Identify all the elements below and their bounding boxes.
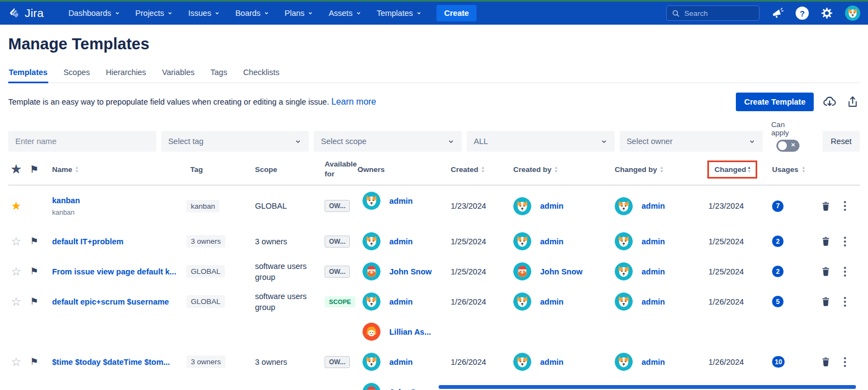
template-name-link[interactable]: kanban [52, 196, 80, 205]
changed-by-link[interactable]: admin [642, 358, 665, 366]
column-header-changed[interactable]: Changed ▲▼ [707, 160, 768, 179]
owner-link[interactable]: admin [389, 358, 413, 366]
created-by-avatar[interactable] [513, 197, 531, 215]
owner-avatar[interactable] [362, 262, 381, 280]
column-header-created[interactable]: Created ▲▼ [450, 165, 510, 174]
column-header-created-by[interactable]: Created by ▲▼ [510, 165, 609, 174]
nav-item-templates[interactable]: Templates [371, 5, 428, 21]
global-search[interactable] [666, 5, 759, 21]
delete-template-button[interactable] [817, 236, 835, 246]
tab-scopes[interactable]: Scopes [63, 68, 90, 83]
user-avatar[interactable] [845, 5, 860, 21]
more-actions-button[interactable] [835, 357, 855, 367]
nav-item-boards[interactable]: Boards [229, 5, 275, 21]
owner-link[interactable]: admin [389, 297, 413, 306]
created-by-avatar[interactable] [513, 262, 531, 280]
created-by-link[interactable]: admin [540, 237, 564, 246]
column-header-available-for[interactable]: Available for ▲▼ [325, 159, 356, 179]
jira-logo[interactable]: Jira [8, 7, 44, 20]
available-for-chip[interactable]: OW... [325, 236, 350, 248]
changed-by-link[interactable]: admin [642, 267, 665, 276]
favorite-star[interactable]: ★ [8, 186, 30, 226]
changed-by-avatar[interactable] [615, 353, 633, 371]
help-icon[interactable]: ? [796, 7, 809, 20]
flag-column-header-flag-icon[interactable]: ⚑ [30, 164, 52, 175]
created-by-link[interactable]: admin [540, 297, 564, 306]
favorite-star[interactable]: ☆ [8, 256, 30, 286]
column-header-usages-sort[interactable]: ▲▼ [801, 165, 817, 173]
owner-avatar[interactable] [362, 232, 381, 250]
template-name-link[interactable]: From issue view page default k... [52, 267, 176, 276]
flag-icon[interactable]: ⚑ [30, 296, 38, 307]
template-flag[interactable]: ⚑ [30, 286, 52, 317]
created-by-link[interactable]: admin [540, 202, 564, 210]
horizontal-scrollbar[interactable] [439, 385, 856, 389]
flag-icon[interactable]: ⚑ [30, 356, 38, 368]
flag-icon[interactable]: ⚑ [30, 236, 38, 247]
favorite-column-header-star-icon[interactable]: ★ [8, 163, 30, 176]
nav-item-plans[interactable]: Plans [279, 5, 319, 21]
owner-link[interactable]: Lillian As... [389, 328, 431, 336]
template-flag[interactable] [30, 186, 52, 226]
export-templates-button[interactable] [846, 95, 860, 109]
created-by-avatar[interactable] [513, 292, 531, 311]
announcements-icon[interactable] [770, 6, 785, 20]
star-icon[interactable]: ☆ [11, 355, 21, 369]
favorite-star[interactable]: ☆ [8, 226, 30, 256]
column-header-usages[interactable]: Usages [768, 165, 801, 174]
import-templates-button[interactable] [822, 95, 837, 109]
favorite-star[interactable]: ☆ [8, 286, 30, 317]
search-input[interactable] [684, 9, 750, 18]
owner-link[interactable]: John Snow [389, 267, 432, 276]
more-actions-button[interactable] [835, 267, 855, 277]
owner-link[interactable]: John Snow [389, 388, 432, 390]
owner-avatar[interactable] [362, 323, 381, 341]
nav-item-projects[interactable]: Projects [129, 5, 179, 21]
filter-scope-select[interactable]: Select scope [314, 131, 462, 152]
delete-template-button[interactable] [817, 357, 835, 367]
column-header-scope[interactable]: Scope [255, 165, 325, 174]
settings-gear-icon[interactable] [820, 6, 834, 20]
more-actions-button[interactable] [835, 237, 855, 246]
created-by-link[interactable]: admin [540, 358, 564, 366]
changed-by-link[interactable]: admin [642, 297, 665, 306]
owner-avatar[interactable] [362, 192, 381, 210]
available-for-chip[interactable]: SCOPE [325, 296, 355, 307]
changed-by-avatar[interactable] [615, 292, 633, 311]
tab-templates[interactable]: Templates [8, 68, 48, 83]
create-template-button[interactable]: Create Template [736, 93, 814, 111]
star-icon[interactable]: ☆ [11, 265, 21, 278]
available-for-chip[interactable]: OW... [325, 200, 350, 212]
column-header-owners[interactable]: Owners [356, 165, 450, 174]
nav-item-dashboards[interactable]: Dashboards [63, 5, 126, 21]
filter-name-input[interactable] [8, 131, 156, 152]
filter-tag-select[interactable]: Select tag [161, 131, 309, 152]
nav-item-issues[interactable]: Issues [182, 5, 226, 21]
available-for-chip[interactable]: OW... [325, 356, 350, 368]
can-apply-toggle[interactable]: ✕ [776, 140, 799, 152]
column-header-changed-by[interactable]: Changed by ▲▼ [609, 165, 707, 174]
owner-avatar[interactable] [362, 353, 381, 371]
template-flag[interactable]: ⚑ [30, 226, 52, 256]
column-header-tag[interactable]: Tag [186, 165, 255, 174]
owner-avatar[interactable] [362, 383, 381, 390]
filter-owner-select[interactable]: Select owner [620, 131, 763, 152]
create-button[interactable]: Create [436, 5, 476, 21]
star-icon[interactable]: ☆ [11, 235, 21, 248]
tab-hierarchies[interactable]: Hierarchies [105, 68, 146, 83]
learn-more-link[interactable]: Learn more [331, 97, 376, 107]
reset-filters-button[interactable]: Reset [822, 131, 860, 152]
created-by-avatar[interactable] [513, 232, 531, 250]
owner-avatar[interactable] [362, 292, 381, 311]
tab-tags[interactable]: Tags [210, 68, 228, 83]
template-flag[interactable]: ⚑ [30, 256, 52, 286]
star-icon[interactable]: ☆ [11, 295, 21, 308]
changed-by-avatar[interactable] [615, 262, 633, 280]
filter-status-select[interactable]: ALL [467, 131, 615, 152]
template-name-link[interactable]: $time $today $dateTime $tom... [52, 358, 170, 366]
created-by-link[interactable]: John Snow [540, 267, 582, 276]
nav-item-assets[interactable]: Assets [322, 5, 367, 21]
template-name-link[interactable]: default epic+scrum $username [52, 297, 169, 306]
delete-template-button[interactable] [817, 266, 835, 277]
star-icon[interactable]: ★ [11, 199, 21, 213]
